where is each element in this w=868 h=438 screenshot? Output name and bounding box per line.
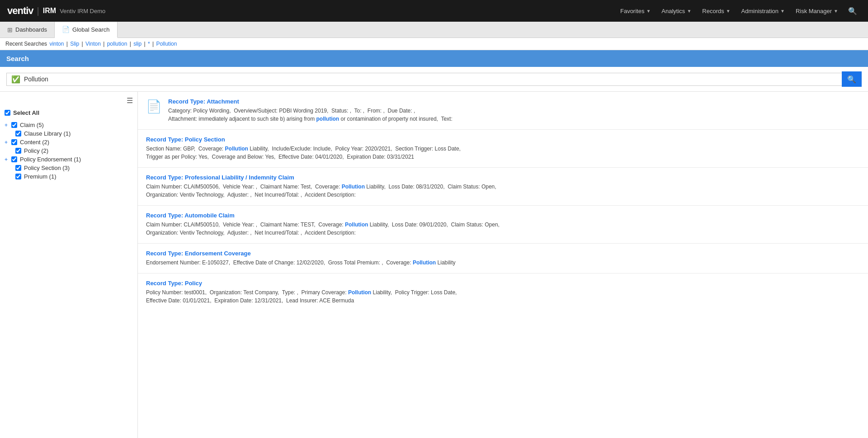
filter-item-content[interactable]: + Content (2) — [5, 138, 133, 146]
result-desc-automobile-claim: Claim Number: CLAIM500510, Vehicle Year:… — [146, 221, 860, 237]
result-type-policy-section[interactable]: Record Type: Policy Section — [146, 136, 860, 143]
policy-endorsement-checkbox[interactable] — [11, 156, 17, 162]
claim-expand-icon[interactable]: + — [5, 122, 8, 128]
recent-search-vinton2[interactable]: Vinton — [85, 41, 101, 47]
nav-records[interactable]: Records ▼ — [698, 6, 735, 16]
favorites-arrow-icon: ▼ — [646, 9, 651, 14]
result-attachment: 📄 Record Type: Attachment Category: Poli… — [138, 92, 868, 130]
results-area: 📄 Record Type: Attachment Category: Poli… — [138, 92, 868, 438]
policy-section-label: Policy Section (3) — [24, 165, 70, 171]
content-checkbox[interactable] — [11, 139, 17, 145]
result-desc-policy-section: Section Name: GBP, Coverage: Pollution L… — [146, 145, 860, 161]
filter-select-all[interactable]: Select All — [5, 108, 133, 117]
search-button[interactable]: 🔍 — [842, 71, 862, 87]
filter-item-policy[interactable]: Policy (2) — [15, 146, 133, 155]
sidebar-menu-icon[interactable]: ☰ — [127, 96, 133, 105]
recent-searches-label: Recent Searches — [5, 41, 48, 47]
filter-item-policy-section[interactable]: Policy Section (3) — [15, 164, 133, 172]
policy-endorsement-label: Policy Endorsement (1) — [20, 156, 81, 163]
result-type-policy[interactable]: Record Type: Policy — [146, 280, 860, 287]
search-section-header: Search — [0, 50, 868, 67]
logo-ventiv-text: ventiv — [7, 5, 33, 17]
result-desc-professional-liability: Claim Number: CLAIM500506, Vehicle Year:… — [146, 183, 860, 199]
nav-analytics[interactable]: Analytics ▼ — [657, 6, 696, 16]
tab-bar: ⊞ Dashboards 📄 Global Search — [0, 22, 868, 38]
nav-risk-manager[interactable]: Risk Manager ▼ — [791, 6, 843, 16]
logo-separator: | — [37, 6, 39, 16]
global-search-icon: 📄 — [62, 26, 70, 33]
filter-item-clause-library[interactable]: Clause Library (1) — [15, 129, 133, 138]
tab-global-search[interactable]: 📄 Global Search — [55, 22, 117, 38]
filter-item-policy-endorsement[interactable]: + Policy Endorsement (1) — [5, 155, 133, 164]
content-expand-icon[interactable]: + — [5, 139, 8, 146]
recent-search-pollution[interactable]: pollution — [107, 41, 127, 47]
administration-arrow-icon: ▼ — [780, 9, 785, 14]
result-type-professional-liability[interactable]: Record Type: Professional Liability / In… — [146, 174, 860, 181]
recent-search-slip[interactable]: Slip — [70, 41, 79, 47]
tab-dashboards[interactable]: ⊞ Dashboards — [0, 22, 55, 38]
nav-links: Favorites ▼ Analytics ▼ Records ▼ Admini… — [616, 5, 861, 17]
risk-manager-arrow-icon: ▼ — [834, 9, 838, 14]
search-input-wrapper: ✅ — [6, 73, 842, 86]
filter-item-claim[interactable]: + Claim (5) — [5, 121, 133, 129]
premium-label: Premium (1) — [24, 173, 57, 180]
claim-label: Claim (5) — [20, 122, 44, 128]
recent-search-pollution2[interactable]: Pollution — [156, 41, 177, 47]
dashboards-icon: ⊞ — [7, 26, 13, 33]
result-type-automobile-claim[interactable]: Record Type: Automobile Claim — [146, 212, 860, 219]
result-desc-policy: Policy Number: test0001, Organization: T… — [146, 288, 860, 305]
app-logo: ventiv | IRM Ventiv IRM Demo — [7, 5, 105, 17]
content-label: Content (2) — [20, 139, 49, 146]
policy-endorsement-expand-icon[interactable]: + — [5, 156, 8, 163]
top-navigation: ventiv | IRM Ventiv IRM Demo Favorites ▼… — [0, 0, 868, 22]
recent-search-star[interactable]: * — [148, 41, 150, 47]
nav-search-icon[interactable]: 🔍 — [844, 5, 861, 17]
result-automobile-claim: Record Type: Automobile Claim Claim Numb… — [138, 206, 868, 244]
search-input[interactable] — [24, 75, 837, 83]
claim-checkbox[interactable] — [11, 122, 17, 128]
recent-searches-bar: Recent Searches vinton | Slip | Vinton |… — [0, 38, 868, 50]
result-desc-attachment: Category: Policy Wording, Overview/Subje… — [168, 107, 860, 123]
search-title: Search — [6, 55, 29, 62]
recent-search-vinton[interactable]: vinton — [49, 41, 64, 47]
logo-demo-text: Ventiv IRM Demo — [60, 8, 105, 14]
records-arrow-icon: ▼ — [726, 9, 731, 14]
premium-checkbox[interactable] — [15, 174, 21, 179]
attachment-doc-icon: 📄 — [146, 99, 162, 114]
filter-sidebar: ☰ Select All + Claim (5) Clause Library … — [0, 92, 138, 438]
result-professional-liability: Record Type: Professional Liability / In… — [138, 168, 868, 206]
filter-item-premium[interactable]: Premium (1) — [15, 172, 133, 181]
result-endorsement-coverage: Record Type: Endorsement Coverage Endors… — [138, 244, 868, 273]
nav-favorites[interactable]: Favorites ▼ — [616, 6, 655, 16]
clause-library-checkbox[interactable] — [15, 131, 21, 137]
result-type-endorsement-coverage[interactable]: Record Type: Endorsement Coverage — [146, 250, 860, 257]
clause-library-label: Clause Library (1) — [24, 130, 71, 137]
select-all-label: Select All — [13, 109, 39, 116]
policy-section-checkbox[interactable] — [15, 165, 21, 171]
search-input-row: ✅ 🔍 — [0, 67, 868, 92]
result-policy: Record Type: Policy Policy Number: test0… — [138, 273, 868, 311]
search-check-icon: ✅ — [11, 75, 20, 84]
select-all-checkbox[interactable] — [5, 110, 10, 116]
result-policy-section: Record Type: Policy Section Section Name… — [138, 130, 868, 168]
sidebar-header: ☰ — [5, 96, 133, 105]
recent-search-slip2[interactable]: slip — [133, 41, 142, 47]
analytics-arrow-icon: ▼ — [687, 9, 691, 14]
nav-administration[interactable]: Administration ▼ — [737, 6, 789, 16]
policy-label: Policy (2) — [24, 147, 48, 154]
result-desc-endorsement-coverage: Endorsement Number: E-1050327, Effective… — [146, 259, 860, 267]
policy-checkbox[interactable] — [15, 148, 21, 154]
logo-irm-text: IRM — [43, 7, 56, 15]
main-content: ☰ Select All + Claim (5) Clause Library … — [0, 92, 868, 438]
result-type-attachment[interactable]: Record Type: Attachment — [168, 98, 860, 105]
